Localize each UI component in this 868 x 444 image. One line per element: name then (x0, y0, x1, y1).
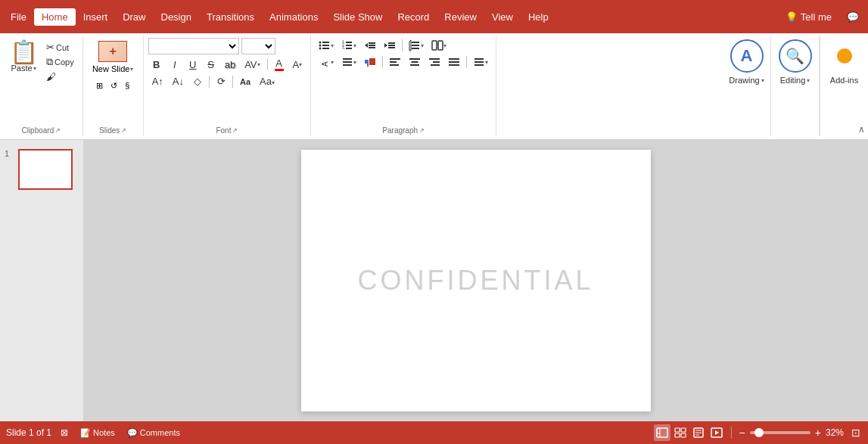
line-spacing-icon (409, 39, 421, 51)
menu-animations[interactable]: Animations (262, 8, 325, 26)
zoom-slider[interactable] (750, 431, 810, 434)
svg-rect-48 (657, 428, 667, 437)
comments-status-button[interactable]: 💬 Comments (124, 427, 183, 439)
align-left-button[interactable] (386, 54, 404, 70)
view-reading-button[interactable] (690, 424, 707, 441)
menu-review[interactable]: Review (437, 8, 484, 26)
menu-bar: File Home Insert Draw Design Transitions… (0, 0, 868, 33)
slide-thumb-image (18, 149, 73, 190)
new-slide-dropdown-arrow[interactable]: ▾ (130, 66, 133, 73)
format-painter-button[interactable]: 🖌 (44, 70, 76, 83)
ribbon: 📋 Paste ▾ ✂ Cut ⧉ Copy (0, 33, 868, 140)
new-slide-button[interactable]: + New Slide ▾ (88, 38, 138, 76)
view-slideshow-button[interactable] (708, 424, 725, 441)
new-slide-icon: + (98, 41, 127, 62)
layout-button[interactable]: ⊞ (93, 79, 106, 92)
menu-draw[interactable]: Draw (115, 8, 153, 26)
menu-slideshow[interactable]: Slide Show (325, 8, 390, 26)
font-color3-button[interactable]: Aa▾ (256, 74, 278, 88)
line-spacing-button[interactable]: ▾ (406, 38, 427, 53)
svg-text:A: A (321, 61, 329, 67)
editing-button[interactable]: 🔍 Editing ▾ (771, 36, 820, 136)
cut-button[interactable]: ✂ Cut (44, 41, 76, 54)
svg-rect-13 (369, 42, 375, 44)
menu-file[interactable]: File (3, 8, 34, 26)
align-text-arrow: ▾ (353, 59, 356, 66)
align-center-button[interactable] (406, 54, 424, 70)
addins-collapse-area[interactable]: ∧ (820, 124, 868, 135)
svg-marker-23 (409, 40, 411, 51)
justify-button[interactable] (445, 54, 463, 70)
svg-marker-60 (715, 430, 719, 435)
font-name-select[interactable] (148, 38, 239, 54)
bullets-button[interactable]: ▾ (316, 38, 337, 53)
paragraph-expand-icon: ↗ (419, 127, 425, 134)
accessibility-button[interactable]: ⊠ (58, 426, 71, 439)
para-row1: ▾ 1.2.3. ▾ ▾ (316, 38, 491, 53)
highlight-button[interactable]: A▾ (289, 57, 306, 72)
clear-formatting-button[interactable]: ◇ (189, 74, 206, 88)
indent-decrease-icon (364, 39, 376, 51)
font-size-select[interactable] (241, 38, 275, 54)
menu-help[interactable]: Help (521, 8, 556, 26)
menu-record[interactable]: Record (390, 8, 437, 26)
view-slide-sorter-button[interactable] (672, 424, 689, 441)
paste-button[interactable]: 📋 Paste ▾ (5, 38, 42, 83)
svg-rect-41 (431, 64, 440, 66)
indent-increase-button[interactable] (381, 38, 399, 53)
reading-view-icon (692, 427, 705, 438)
decrease-font-button[interactable]: A↓ (169, 74, 188, 88)
menu-right-area: 💡 Tell me 💬 (779, 8, 865, 26)
menu-view[interactable]: View (484, 8, 521, 26)
italic-button[interactable]: I (166, 57, 183, 72)
para-spacing-button[interactable]: ▾ (470, 54, 491, 70)
drawing-button[interactable]: A Drawing ▾ (723, 36, 771, 136)
collapse-ribbon-icon[interactable]: ∧ (858, 124, 865, 135)
zoom-out-button[interactable]: − (738, 427, 747, 439)
increase-font-button[interactable]: A↑ (148, 74, 167, 88)
canvas-area[interactable]: CONFIDENTIAL (83, 140, 868, 421)
svg-rect-29 (343, 64, 352, 66)
indent-decrease-button[interactable] (361, 38, 379, 53)
font-group-label[interactable]: Font ↗ (144, 126, 311, 135)
ideas-button[interactable]: 💡 Tell me (779, 8, 838, 26)
reset-button[interactable]: ↺ (107, 79, 120, 92)
smartart-button[interactable] (361, 54, 379, 70)
notes-button[interactable]: 📝 Notes (77, 427, 118, 439)
view-normal-button[interactable] (654, 424, 670, 441)
section-button[interactable]: § (122, 79, 132, 92)
slide-canvas[interactable]: CONFIDENTIAL (301, 150, 651, 411)
editing-dropdown-arrow[interactable]: ▾ (807, 77, 810, 84)
character-spacing-button[interactable]: AV▾ (241, 57, 263, 72)
view-buttons (654, 424, 725, 441)
font-color-button[interactable]: A (271, 56, 288, 73)
fit-slide-button[interactable]: ⊡ (850, 427, 862, 439)
slides-group-label[interactable]: Slides ↗ (83, 126, 143, 135)
underline-button[interactable]: U (185, 57, 201, 72)
columns-button[interactable]: ▾ (428, 38, 450, 53)
numbering-button[interactable]: 1.2.3. ▾ (338, 38, 359, 53)
menu-insert[interactable]: Insert (76, 8, 116, 26)
align-right-button[interactable] (425, 54, 443, 70)
align-text-button[interactable]: ▾ (338, 54, 359, 70)
text-direction-button[interactable]: A ▾ (316, 54, 337, 70)
menu-design[interactable]: Design (154, 8, 199, 26)
slide-thumbnail-1[interactable]: 1 (0, 146, 83, 193)
zoom-in-button[interactable]: + (814, 427, 823, 439)
text-shadow-button[interactable]: ab (221, 57, 239, 72)
comments-button[interactable]: 💬 (841, 8, 865, 26)
paste-dropdown-arrow[interactable]: ▾ (33, 65, 36, 72)
drawing-dropdown-arrow[interactable]: ▾ (761, 77, 764, 84)
status-right: − + 32% ⊡ (654, 424, 862, 441)
clipboard-group-label[interactable]: Clipboard ↗ (0, 126, 82, 135)
menu-home[interactable]: Home (34, 8, 76, 26)
bold-button[interactable]: B (148, 57, 165, 72)
copy-button[interactable]: ⧉ Copy (44, 55, 76, 69)
convert-smartart-button[interactable]: ⟳ (213, 74, 229, 88)
zoom-area: − + 32% (738, 427, 844, 439)
font-color2-button[interactable]: Aa (236, 76, 254, 88)
paragraph-group-label[interactable]: Paragraph ↗ (311, 126, 496, 135)
strikethrough-button[interactable]: S (203, 57, 219, 72)
svg-text:3.: 3. (342, 45, 345, 50)
menu-transitions[interactable]: Transitions (199, 8, 262, 26)
